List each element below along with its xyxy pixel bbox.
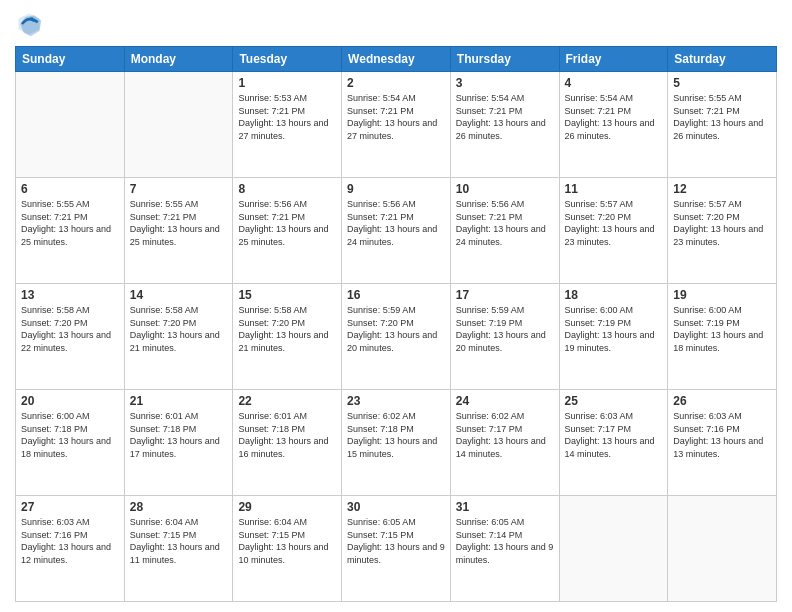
calendar-table: Sunday Monday Tuesday Wednesday Thursday…: [15, 46, 777, 602]
table-row: 10Sunrise: 5:56 AM Sunset: 7:21 PM Dayli…: [450, 178, 559, 284]
col-wednesday: Wednesday: [342, 47, 451, 72]
day-number: 3: [456, 76, 554, 90]
table-row: 13Sunrise: 5:58 AM Sunset: 7:20 PM Dayli…: [16, 284, 125, 390]
day-number: 25: [565, 394, 663, 408]
cell-text: Sunrise: 5:57 AM Sunset: 7:20 PM Dayligh…: [673, 198, 771, 248]
day-number: 19: [673, 288, 771, 302]
col-saturday: Saturday: [668, 47, 777, 72]
table-row: 31Sunrise: 6:05 AM Sunset: 7:14 PM Dayli…: [450, 496, 559, 602]
logo-icon: [15, 10, 43, 38]
cell-text: Sunrise: 6:05 AM Sunset: 7:14 PM Dayligh…: [456, 516, 554, 566]
day-number: 27: [21, 500, 119, 514]
day-number: 5: [673, 76, 771, 90]
day-number: 12: [673, 182, 771, 196]
cell-text: Sunrise: 6:05 AM Sunset: 7:15 PM Dayligh…: [347, 516, 445, 566]
table-row: 26Sunrise: 6:03 AM Sunset: 7:16 PM Dayli…: [668, 390, 777, 496]
day-number: 21: [130, 394, 228, 408]
table-row: 20Sunrise: 6:00 AM Sunset: 7:18 PM Dayli…: [16, 390, 125, 496]
day-number: 9: [347, 182, 445, 196]
table-row: 17Sunrise: 5:59 AM Sunset: 7:19 PM Dayli…: [450, 284, 559, 390]
col-friday: Friday: [559, 47, 668, 72]
calendar-week-row: 27Sunrise: 6:03 AM Sunset: 7:16 PM Dayli…: [16, 496, 777, 602]
header: [15, 10, 777, 38]
table-row: [16, 72, 125, 178]
table-row: 9Sunrise: 5:56 AM Sunset: 7:21 PM Daylig…: [342, 178, 451, 284]
table-row: 3Sunrise: 5:54 AM Sunset: 7:21 PM Daylig…: [450, 72, 559, 178]
cell-text: Sunrise: 5:56 AM Sunset: 7:21 PM Dayligh…: [238, 198, 336, 248]
table-row: 4Sunrise: 5:54 AM Sunset: 7:21 PM Daylig…: [559, 72, 668, 178]
table-row: 28Sunrise: 6:04 AM Sunset: 7:15 PM Dayli…: [124, 496, 233, 602]
cell-text: Sunrise: 6:00 AM Sunset: 7:19 PM Dayligh…: [673, 304, 771, 354]
day-number: 30: [347, 500, 445, 514]
cell-text: Sunrise: 6:04 AM Sunset: 7:15 PM Dayligh…: [130, 516, 228, 566]
day-number: 20: [21, 394, 119, 408]
table-row: 15Sunrise: 5:58 AM Sunset: 7:20 PM Dayli…: [233, 284, 342, 390]
cell-text: Sunrise: 6:00 AM Sunset: 7:19 PM Dayligh…: [565, 304, 663, 354]
day-number: 10: [456, 182, 554, 196]
table-row: 24Sunrise: 6:02 AM Sunset: 7:17 PM Dayli…: [450, 390, 559, 496]
day-number: 7: [130, 182, 228, 196]
cell-text: Sunrise: 6:01 AM Sunset: 7:18 PM Dayligh…: [130, 410, 228, 460]
table-row: [559, 496, 668, 602]
calendar-page: Sunday Monday Tuesday Wednesday Thursday…: [0, 0, 792, 612]
cell-text: Sunrise: 6:01 AM Sunset: 7:18 PM Dayligh…: [238, 410, 336, 460]
table-row: 11Sunrise: 5:57 AM Sunset: 7:20 PM Dayli…: [559, 178, 668, 284]
cell-text: Sunrise: 5:58 AM Sunset: 7:20 PM Dayligh…: [238, 304, 336, 354]
day-number: 22: [238, 394, 336, 408]
table-row: 8Sunrise: 5:56 AM Sunset: 7:21 PM Daylig…: [233, 178, 342, 284]
logo: [15, 10, 47, 38]
cell-text: Sunrise: 5:59 AM Sunset: 7:20 PM Dayligh…: [347, 304, 445, 354]
col-tuesday: Tuesday: [233, 47, 342, 72]
cell-text: Sunrise: 6:03 AM Sunset: 7:16 PM Dayligh…: [21, 516, 119, 566]
cell-text: Sunrise: 6:00 AM Sunset: 7:18 PM Dayligh…: [21, 410, 119, 460]
day-number: 31: [456, 500, 554, 514]
day-number: 4: [565, 76, 663, 90]
day-number: 18: [565, 288, 663, 302]
table-row: 19Sunrise: 6:00 AM Sunset: 7:19 PM Dayli…: [668, 284, 777, 390]
table-row: 14Sunrise: 5:58 AM Sunset: 7:20 PM Dayli…: [124, 284, 233, 390]
col-sunday: Sunday: [16, 47, 125, 72]
day-number: 6: [21, 182, 119, 196]
cell-text: Sunrise: 5:57 AM Sunset: 7:20 PM Dayligh…: [565, 198, 663, 248]
calendar-week-row: 20Sunrise: 6:00 AM Sunset: 7:18 PM Dayli…: [16, 390, 777, 496]
day-number: 28: [130, 500, 228, 514]
cell-text: Sunrise: 6:02 AM Sunset: 7:18 PM Dayligh…: [347, 410, 445, 460]
col-thursday: Thursday: [450, 47, 559, 72]
table-row: 6Sunrise: 5:55 AM Sunset: 7:21 PM Daylig…: [16, 178, 125, 284]
cell-text: Sunrise: 6:03 AM Sunset: 7:17 PM Dayligh…: [565, 410, 663, 460]
table-row: 5Sunrise: 5:55 AM Sunset: 7:21 PM Daylig…: [668, 72, 777, 178]
day-number: 13: [21, 288, 119, 302]
calendar-week-row: 1Sunrise: 5:53 AM Sunset: 7:21 PM Daylig…: [16, 72, 777, 178]
cell-text: Sunrise: 6:04 AM Sunset: 7:15 PM Dayligh…: [238, 516, 336, 566]
table-row: 23Sunrise: 6:02 AM Sunset: 7:18 PM Dayli…: [342, 390, 451, 496]
day-number: 23: [347, 394, 445, 408]
table-row: 22Sunrise: 6:01 AM Sunset: 7:18 PM Dayli…: [233, 390, 342, 496]
cell-text: Sunrise: 5:54 AM Sunset: 7:21 PM Dayligh…: [565, 92, 663, 142]
table-row: 7Sunrise: 5:55 AM Sunset: 7:21 PM Daylig…: [124, 178, 233, 284]
day-number: 1: [238, 76, 336, 90]
col-monday: Monday: [124, 47, 233, 72]
cell-text: Sunrise: 6:03 AM Sunset: 7:16 PM Dayligh…: [673, 410, 771, 460]
day-number: 15: [238, 288, 336, 302]
cell-text: Sunrise: 5:54 AM Sunset: 7:21 PM Dayligh…: [456, 92, 554, 142]
cell-text: Sunrise: 5:56 AM Sunset: 7:21 PM Dayligh…: [347, 198, 445, 248]
day-number: 17: [456, 288, 554, 302]
table-row: 21Sunrise: 6:01 AM Sunset: 7:18 PM Dayli…: [124, 390, 233, 496]
day-number: 24: [456, 394, 554, 408]
day-number: 2: [347, 76, 445, 90]
cell-text: Sunrise: 5:58 AM Sunset: 7:20 PM Dayligh…: [21, 304, 119, 354]
day-number: 29: [238, 500, 336, 514]
calendar-week-row: 13Sunrise: 5:58 AM Sunset: 7:20 PM Dayli…: [16, 284, 777, 390]
table-row: 18Sunrise: 6:00 AM Sunset: 7:19 PM Dayli…: [559, 284, 668, 390]
cell-text: Sunrise: 5:54 AM Sunset: 7:21 PM Dayligh…: [347, 92, 445, 142]
day-number: 8: [238, 182, 336, 196]
table-row: 30Sunrise: 6:05 AM Sunset: 7:15 PM Dayli…: [342, 496, 451, 602]
table-row: 29Sunrise: 6:04 AM Sunset: 7:15 PM Dayli…: [233, 496, 342, 602]
calendar-week-row: 6Sunrise: 5:55 AM Sunset: 7:21 PM Daylig…: [16, 178, 777, 284]
cell-text: Sunrise: 5:55 AM Sunset: 7:21 PM Dayligh…: [21, 198, 119, 248]
table-row: [124, 72, 233, 178]
cell-text: Sunrise: 5:58 AM Sunset: 7:20 PM Dayligh…: [130, 304, 228, 354]
day-number: 11: [565, 182, 663, 196]
table-row: 27Sunrise: 6:03 AM Sunset: 7:16 PM Dayli…: [16, 496, 125, 602]
day-number: 14: [130, 288, 228, 302]
